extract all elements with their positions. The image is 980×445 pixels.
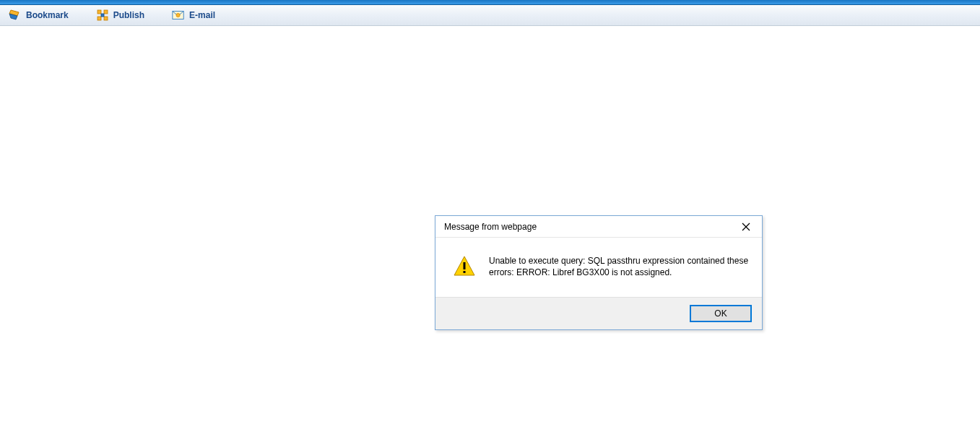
publish-button[interactable]: Publish — [93, 7, 147, 23]
warning-icon — [453, 255, 476, 278]
svg-point-8 — [176, 13, 180, 17]
toolbar: Bookmark Publish E-mail — [0, 5, 980, 26]
email-button[interactable]: E-mail — [169, 7, 218, 23]
dialog-titlebar: Message from webpage — [435, 216, 762, 238]
publish-label: Publish — [113, 10, 144, 20]
email-icon — [172, 9, 185, 22]
bookmark-label: Bookmark — [26, 10, 69, 20]
ok-button[interactable]: OK — [690, 305, 752, 322]
svg-rect-12 — [464, 262, 466, 269]
bookmark-icon — [9, 9, 22, 22]
publish-icon — [96, 9, 109, 22]
message-dialog: Message from webpage Unable to execute q… — [435, 215, 763, 330]
svg-rect-3 — [104, 10, 108, 14]
ok-button-label: OK — [714, 308, 727, 319]
close-icon — [742, 222, 750, 231]
svg-rect-4 — [97, 17, 101, 20]
dialog-title: Message from webpage — [444, 222, 537, 232]
svg-rect-2 — [97, 10, 101, 14]
svg-rect-13 — [464, 271, 466, 273]
svg-rect-6 — [101, 14, 104, 17]
close-button[interactable] — [737, 218, 755, 236]
bookmark-button[interactable]: Bookmark — [6, 7, 71, 23]
dialog-message: Unable to execute query: SQL passthru ex… — [489, 254, 749, 278]
dialog-footer: OK — [435, 297, 762, 329]
window-titlebar-strip — [0, 0, 980, 5]
email-label: E-mail — [189, 10, 215, 20]
dialog-body: Unable to execute query: SQL passthru ex… — [435, 238, 762, 297]
svg-rect-5 — [104, 17, 108, 20]
